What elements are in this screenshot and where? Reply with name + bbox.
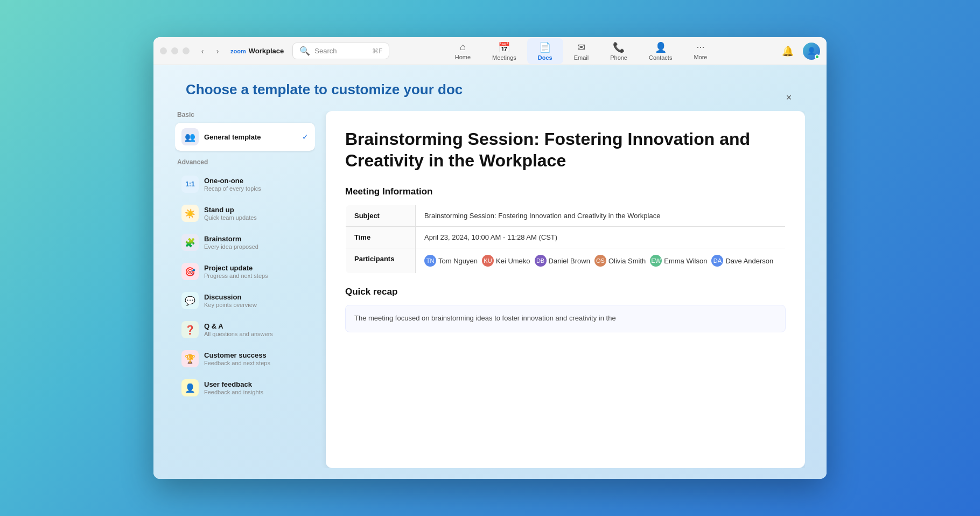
template-item-discussion[interactable]: 💬 Discussion Key points overview [175, 287, 315, 315]
close-button[interactable]: × [781, 90, 796, 105]
template-item-user-feedback[interactable]: 👤 User feedback Feedback and insights [175, 374, 315, 402]
template-preview: Brainstorming Session: Fostering Innovat… [326, 111, 805, 468]
qa-desc: All questions and answers [204, 331, 309, 337]
discussion-desc: Key points overview [204, 302, 309, 308]
subject-value: Brainstorming Session: Fostering Innovat… [416, 205, 786, 227]
forward-arrow[interactable]: › [211, 45, 224, 58]
nav-meetings[interactable]: 📅 Meetings [481, 38, 527, 64]
user-avatar[interactable]: 👤 [803, 43, 820, 60]
project-update-name: Project update [204, 264, 309, 272]
nav-email[interactable]: ✉ Email [563, 38, 600, 64]
window-controls [160, 47, 190, 54]
table-row-subject: Subject Brainstorming Session: Fostering… [346, 205, 786, 227]
nav-phone-label: Phone [610, 54, 627, 61]
nav-docs[interactable]: 📄 Docs [527, 38, 563, 64]
customer-success-info: Customer success Feedback and next steps [204, 351, 309, 366]
search-icon: 🔍 [299, 46, 310, 56]
meeting-info-label: Meeting Information [345, 186, 786, 197]
user-feedback-desc: Feedback and insights [204, 389, 309, 395]
general-template-icon: 👥 [181, 128, 199, 145]
notification-bell[interactable]: 🔔 [779, 43, 796, 60]
template-item-customer-success[interactable]: 🏆 Customer success Feedback and next ste… [175, 345, 315, 373]
close-dot[interactable] [160, 47, 167, 54]
search-text: Search [314, 47, 337, 55]
kei-avatar: KU [482, 255, 494, 267]
docs-icon: 📄 [539, 41, 551, 53]
brainstorm-icon: 🧩 [181, 234, 199, 251]
participants-label: Participants [346, 248, 416, 274]
search-bar[interactable]: 🔍 Search ⌘F [292, 43, 389, 59]
standup-desc: Quick team updates [204, 214, 309, 221]
nav-more[interactable]: ··· More [683, 38, 718, 64]
brainstorm-desc: Every idea proposed [204, 243, 309, 250]
template-item-qa[interactable]: ❓ Q & A All questions and answers [175, 316, 315, 344]
general-template-info: General template [204, 133, 297, 141]
zoom-product: Workplace [249, 47, 284, 55]
zoom-brand: zoom [230, 48, 246, 54]
more-icon: ··· [696, 41, 704, 53]
template-item-brainstorm[interactable]: 🧩 Brainstorm Every idea proposed [175, 228, 315, 256]
dave-avatar: DA [711, 255, 723, 267]
nav-docs-label: Docs [538, 54, 552, 61]
minimize-dot[interactable] [171, 47, 178, 54]
basic-section-label: Basic [175, 111, 315, 118]
phone-icon: 📞 [613, 41, 625, 53]
brainstorm-info: Brainstorm Every idea proposed [204, 235, 309, 250]
nav-more-label: More [694, 54, 707, 60]
time-label: Time [346, 227, 416, 248]
nav-home-label: Home [455, 54, 471, 60]
one-on-one-desc: Recap of every topics [204, 185, 309, 192]
advanced-section-label: Advanced [175, 158, 315, 166]
nav-home[interactable]: ⌂ Home [444, 38, 481, 64]
check-icon: ✓ [302, 133, 309, 141]
template-item-project-update[interactable]: 🎯 Project update Progress and next steps [175, 257, 315, 285]
template-sidebar: Basic 👥 General template ✓ Advanced 1:1 … [175, 111, 315, 468]
tom-avatar: TN [424, 255, 436, 267]
preview-title: Brainstorming Session: Fostering Innovat… [345, 128, 786, 171]
discussion-name: Discussion [204, 293, 309, 301]
emma-avatar: EW [650, 255, 662, 267]
maximize-dot[interactable] [183, 47, 190, 54]
template-item-general[interactable]: 👥 General template ✓ [175, 123, 315, 151]
standup-name: Stand up [204, 206, 309, 214]
table-row-time: Time April 23, 2024, 10:00 AM - 11:28 AM… [346, 227, 786, 248]
home-icon: ⌂ [460, 41, 466, 53]
nav-phone[interactable]: 📞 Phone [599, 38, 638, 64]
search-shortcut: ⌘F [372, 47, 382, 55]
discussion-icon: 💬 [181, 292, 199, 309]
daniel-avatar: DB [535, 255, 547, 267]
nav-arrows: ‹ › [196, 45, 224, 58]
subject-label: Subject [346, 205, 416, 227]
qa-info: Q & A All questions and answers [204, 322, 309, 337]
template-item-one-on-one[interactable]: 1:1 One-on-one Recap of every topics [175, 170, 315, 198]
meetings-icon: 📅 [498, 41, 510, 53]
participant-emma: EW Emma Wilson [650, 255, 707, 267]
modal-title: Choose a template to customize your doc [186, 81, 805, 98]
template-item-standup[interactable]: ☀️ Stand up Quick team updates [175, 199, 315, 227]
discussion-info: Discussion Key points overview [204, 293, 309, 308]
nav-contacts-label: Contacts [649, 54, 672, 61]
back-arrow[interactable]: ‹ [196, 45, 209, 58]
quick-recap-label: Quick recap [345, 287, 786, 297]
customer-success-name: Customer success [204, 351, 309, 359]
email-icon: ✉ [577, 41, 585, 53]
main-content: Choose a template to customize your doc … [153, 65, 827, 479]
project-update-desc: Progress and next steps [204, 273, 309, 279]
table-row-participants: Participants TN Tom Nguyen KU K [346, 248, 786, 274]
participant-olivia: OS Olivia Smith [594, 255, 646, 267]
nav-contacts[interactable]: 👤 Contacts [638, 38, 683, 64]
participant-tom: TN Tom Nguyen [424, 255, 478, 267]
participant-kei: KU Kei Umeko [482, 255, 530, 267]
nav-meetings-label: Meetings [492, 54, 516, 61]
titlebar-nav: ⌂ Home 📅 Meetings 📄 Docs ✉ Email 📞 Phone… [444, 38, 718, 64]
online-indicator [815, 54, 820, 59]
qa-name: Q & A [204, 322, 309, 330]
participants-value: TN Tom Nguyen KU Kei Umeko DB [416, 248, 786, 274]
one-on-one-icon: 1:1 [181, 176, 199, 193]
participant-dave: DA Dave Anderson [711, 255, 773, 267]
time-value: April 23, 2024, 10:00 AM - 11:28 AM (CST… [416, 227, 786, 248]
meeting-info-table: Subject Brainstorming Session: Fostering… [345, 205, 786, 274]
brainstorm-name: Brainstorm [204, 235, 309, 243]
participants-list: TN Tom Nguyen KU Kei Umeko DB [424, 255, 776, 267]
project-update-icon: 🎯 [181, 263, 199, 280]
